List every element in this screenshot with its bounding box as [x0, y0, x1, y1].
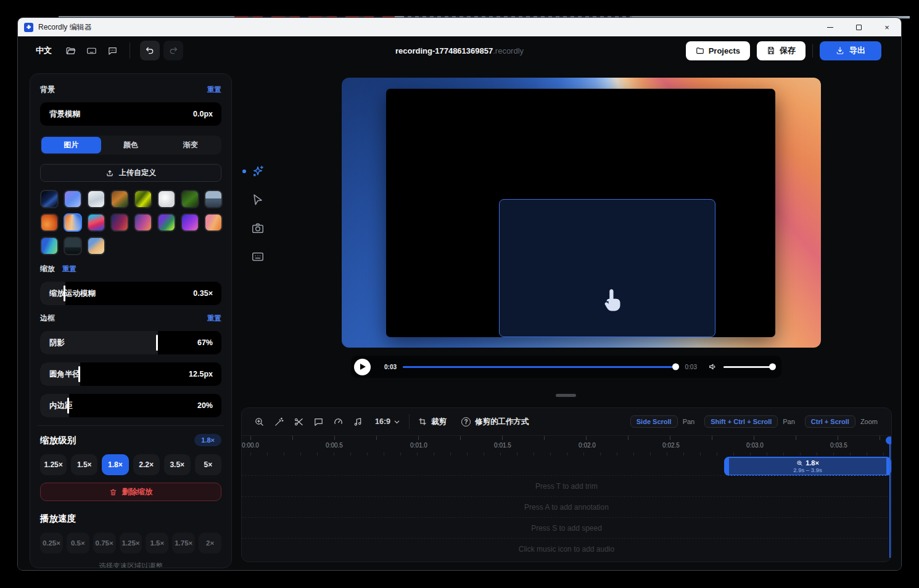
tab-color[interactable]: 颜色 [101, 137, 161, 153]
zoom-reset-link[interactable]: 重置 [62, 264, 76, 274]
delete-zoom-button[interactable]: 删除缩放 [40, 483, 221, 501]
zoom-motion-blur-slider[interactable]: 缩放运动模糊 0.35× [40, 282, 221, 305]
background-reset-link[interactable]: 重置 [207, 85, 221, 94]
question-icon: ? [461, 417, 471, 427]
music-button[interactable] [353, 417, 363, 427]
camera-tool-button[interactable] [251, 221, 265, 235]
speed-button[interactable]: 1.75× [172, 533, 195, 553]
speed-button[interactable]: 0.5× [67, 533, 89, 553]
zoom-level-button-active[interactable]: 1.8× [102, 454, 128, 475]
speed-button[interactable]: 1.25× [120, 533, 142, 553]
background-thumbnail-selected[interactable] [64, 213, 82, 232]
crop-button[interactable]: 裁剪 [418, 417, 447, 427]
aspect-ratio-dropdown[interactable]: 16:9 [375, 417, 400, 426]
scissors-button[interactable] [294, 417, 304, 427]
corner-radius-slider[interactable]: 圆角半径 12.5px [40, 362, 221, 386]
timeline-ruler[interactable]: 0:00.0 0:00.5 0:01.0 0:01.5 0:02.0 0:02.… [242, 436, 891, 455]
background-thumbnail[interactable] [40, 190, 59, 208]
volume-slider[interactable] [723, 366, 774, 368]
speed-button[interactable]: 1.5× [146, 533, 168, 553]
minimize-button[interactable] [816, 18, 844, 36]
zoom-clip-level: 1.8× [796, 460, 819, 467]
background-thumbnail[interactable] [87, 190, 105, 208]
speed-button[interactable]: 0.25× [40, 533, 63, 553]
background-thumbnail[interactable] [204, 190, 223, 208]
play-button[interactable] [354, 359, 371, 375]
auto-zoom-effects-button[interactable] [251, 165, 265, 178]
trim-help-button[interactable]: ? 修剪的工作方式 [461, 417, 529, 427]
background-thumbnail[interactable] [181, 190, 199, 208]
padding-slider[interactable]: 内边距 20% [40, 394, 221, 417]
zoom-region-overlay[interactable] [499, 199, 715, 337]
close-button[interactable]: × [873, 18, 901, 36]
background-thumbnail[interactable] [157, 190, 176, 208]
speed-button[interactable]: 2× [199, 533, 221, 553]
upload-custom-button[interactable]: 上传自定义 [40, 164, 221, 182]
background-thumbnail[interactable] [134, 190, 152, 208]
background-thumbnail[interactable] [40, 213, 59, 232]
magic-wand-button[interactable] [274, 417, 284, 427]
background-thumbnail[interactable] [157, 213, 176, 232]
open-folder-icon[interactable] [65, 46, 76, 56]
zoom-level-button[interactable]: 1.25× [40, 454, 67, 475]
shadow-value: 67% [197, 338, 221, 347]
zoom-level-button[interactable]: 1.5× [71, 454, 97, 475]
delete-zoom-label: 删除缩放 [122, 487, 153, 497]
save-button[interactable]: 保存 [757, 41, 806, 60]
trim-help-label: 修剪的工作方式 [475, 417, 529, 427]
zoom-clip-block[interactable]: 1.8× 2.9s – 3.9s [724, 457, 891, 476]
panel-resize-handle[interactable] [556, 394, 576, 397]
border-reset-link[interactable]: 重置 [207, 314, 221, 323]
projects-button[interactable]: Projects [686, 41, 750, 60]
tab-image[interactable]: 图片 [41, 137, 101, 153]
maximize-button[interactable] [844, 18, 873, 36]
zoom-level-buttons: 1.25× 1.5× 1.8× 2.2× 3.5× 5× [40, 454, 221, 475]
undo-button[interactable] [140, 41, 160, 60]
app-content: 中文 recording-1774861369857 [18, 36, 901, 570]
zoom-level-button[interactable]: 3.5× [164, 454, 191, 475]
background-thumbnail[interactable] [87, 237, 105, 255]
slider-handle[interactable] [156, 335, 158, 351]
shortcut-keys: Side Scroll [630, 415, 678, 428]
background-thumbnail[interactable] [64, 237, 82, 255]
playhead-marker[interactable] [886, 436, 892, 444]
background-thumbnail[interactable] [87, 213, 105, 232]
keyboard-icon[interactable] [86, 46, 97, 56]
background-thumbnail[interactable] [181, 213, 199, 232]
zoom-level-button[interactable]: 2.2× [133, 454, 160, 475]
background-blur-slider[interactable]: 背景模糊 0.0px [40, 102, 221, 126]
tab-gradient[interactable]: 渐变 [160, 137, 220, 153]
background-thumbnail[interactable] [110, 190, 129, 208]
video-preview [342, 78, 821, 348]
keyboard-overlay-button[interactable] [251, 250, 265, 263]
speaker-icon[interactable] [708, 362, 718, 372]
background-thumbnail[interactable] [64, 190, 82, 208]
redo-button[interactable] [163, 41, 183, 60]
border-section-header: 边框 重置 [40, 313, 221, 324]
annotation-button[interactable] [313, 417, 324, 427]
save-label: 保存 [780, 45, 796, 56]
actions-divider [812, 44, 813, 57]
background-thumbnails [40, 190, 221, 255]
zoom-level-button[interactable]: 5× [195, 454, 221, 475]
shadow-slider[interactable]: 阴影 67% [40, 331, 221, 354]
background-thumbnail[interactable] [40, 237, 59, 255]
speed-gauge-button[interactable] [333, 417, 344, 427]
crop-label: 裁剪 [431, 417, 447, 427]
background-thumbnail[interactable] [110, 213, 129, 232]
background-thumbnail[interactable] [204, 213, 223, 232]
language-switch[interactable]: 中文 [36, 45, 52, 56]
speed-button[interactable]: 0.75× [93, 533, 116, 553]
annotation-track: Press A to add annotation [242, 496, 891, 517]
background-thumbnail[interactable] [134, 213, 152, 232]
seek-knob[interactable] [672, 364, 679, 370]
document-filename: recording-1774861369857 [395, 46, 493, 55]
export-button[interactable]: 导出 [820, 41, 881, 60]
playhead-line[interactable] [889, 439, 891, 558]
volume-knob[interactable] [769, 364, 776, 370]
cursor-tool-button[interactable] [251, 193, 265, 206]
feedback-chat-icon[interactable] [107, 46, 118, 56]
seek-bar[interactable] [403, 366, 679, 368]
zoom-in-tool-button[interactable] [254, 417, 265, 427]
zoom-clip-level-value: 1.8× [806, 460, 819, 467]
